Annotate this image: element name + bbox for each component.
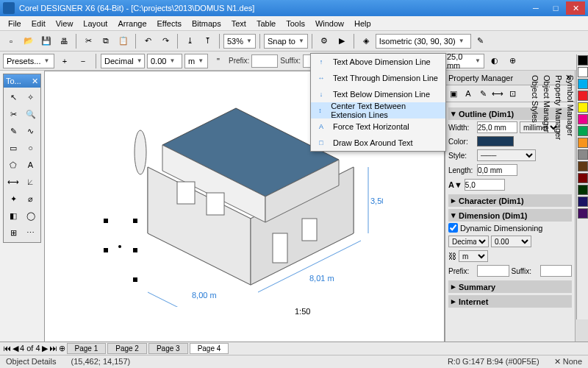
- zoom-dropdown[interactable]: 53%▼: [223, 34, 256, 49]
- show-units-icon[interactable]: ": [210, 53, 226, 69]
- undo-icon[interactable]: ↶: [140, 33, 156, 49]
- page-nav-prev-icon[interactable]: ◀: [12, 344, 18, 353]
- tab-object-styles[interactable]: Object Styles: [529, 71, 541, 350]
- menu-help[interactable]: Help: [349, 18, 376, 29]
- rect-tool-icon[interactable]: ▭: [5, 140, 21, 156]
- color-red[interactable]: [578, 91, 588, 101]
- page-nav-first-icon[interactable]: ⏮: [3, 344, 11, 353]
- menu-effects[interactable]: Effects: [152, 18, 187, 29]
- pick-tool-icon[interactable]: ↖: [5, 89, 21, 105]
- tab-page3[interactable]: Page 3: [148, 343, 188, 354]
- tab-page2[interactable]: Page 2: [107, 343, 147, 354]
- presets-dropdown[interactable]: Presets...▼: [3, 54, 54, 68]
- menu-arrange[interactable]: Arrange: [112, 18, 151, 29]
- menu-table[interactable]: Table: [251, 18, 281, 29]
- color-gray[interactable]: [578, 149, 588, 160]
- import-icon[interactable]: ⤓: [182, 33, 198, 49]
- fill-tool-icon[interactable]: ◧: [5, 208, 21, 224]
- menu-text-below[interactable]: ↓Text Below Dimension Line: [311, 86, 445, 102]
- fontsize-input[interactable]: [465, 179, 505, 191]
- dim-precision-dropdown[interactable]: 0.00▼: [147, 54, 182, 68]
- outline-tool-icon[interactable]: ◯: [23, 208, 39, 224]
- cut-icon[interactable]: ✂: [80, 33, 96, 49]
- dim-style-dropdown[interactable]: Decimal▼: [101, 54, 145, 68]
- menu-window[interactable]: Window: [310, 18, 349, 29]
- color-navy[interactable]: [578, 197, 588, 207]
- outline-color-swatch[interactable]: [477, 136, 514, 146]
- misc-tool-icon[interactable]: ⋯: [23, 224, 39, 241]
- open-icon[interactable]: 📂: [21, 33, 37, 49]
- extra1-icon[interactable]: ◐: [487, 53, 503, 69]
- export-icon[interactable]: ⤒: [199, 33, 215, 49]
- menu-view[interactable]: View: [51, 18, 79, 29]
- dim-prec-select[interactable]: 0.00: [491, 236, 531, 247]
- menu-bitmaps[interactable]: Bitmaps: [187, 18, 226, 29]
- page-nav-last-icon[interactable]: ⏭: [49, 344, 57, 353]
- zoom-tool-icon[interactable]: 🔍: [23, 106, 39, 122]
- docker-tab5-icon[interactable]: ⊡: [506, 87, 519, 100]
- outline-style[interactable]: ───: [477, 149, 536, 161]
- color-cyan[interactable]: [578, 79, 588, 89]
- prefix-input[interactable]: [251, 54, 278, 68]
- paste-icon[interactable]: 📋: [115, 33, 132, 49]
- tab-page4[interactable]: Page 4: [190, 343, 229, 354]
- menu-edit[interactable]: Edit: [26, 18, 51, 29]
- toolbox-close-icon[interactable]: ✕: [32, 77, 38, 86]
- freehand-tool-icon[interactable]: ✎: [5, 123, 21, 139]
- color-yellow[interactable]: [578, 102, 588, 113]
- add-preset-icon[interactable]: +: [57, 53, 73, 69]
- text-tool-icon[interactable]: A: [23, 157, 39, 173]
- tab-page1[interactable]: Page 1: [67, 343, 107, 354]
- effects-tool-icon[interactable]: ✦: [5, 191, 21, 207]
- menu-text-horizontal[interactable]: AForce Text Horizontal: [311, 118, 445, 135]
- save-icon[interactable]: 💾: [38, 33, 54, 49]
- tab-symbol-manager[interactable]: Symbol Manager: [564, 71, 576, 350]
- extra2-icon[interactable]: ⊕: [505, 53, 521, 69]
- dim-style-select[interactable]: Decimal: [448, 236, 489, 247]
- projection-dropdown[interactable]: Isometric (30, 90, 30)▼: [376, 34, 471, 49]
- color-magenta[interactable]: [578, 114, 588, 124]
- docker-tab2-icon[interactable]: A: [462, 87, 475, 100]
- color-purple[interactable]: [578, 208, 588, 219]
- table-tool-icon[interactable]: ⊞: [5, 224, 21, 241]
- proj-edit-icon[interactable]: ✎: [473, 33, 489, 49]
- color-darkred[interactable]: [578, 173, 588, 183]
- dim-unit-select[interactable]: m: [459, 250, 488, 262]
- tab-object-manager[interactable]: Object Manager: [541, 71, 553, 350]
- page-add-icon[interactable]: ⊕: [59, 344, 65, 353]
- docker-tab3-icon[interactable]: ✎: [476, 87, 490, 100]
- color-black[interactable]: [578, 55, 588, 66]
- docker-tab4-icon[interactable]: ⟷: [491, 87, 504, 100]
- proj-icon[interactable]: ◈: [358, 33, 374, 49]
- del-preset-icon[interactable]: −: [75, 53, 91, 69]
- tab-property-manager[interactable]: Property Manager: [553, 71, 564, 350]
- line-width-dropdown[interactable]: 25,0 mm▼: [443, 54, 484, 68]
- color-white[interactable]: [578, 67, 588, 77]
- width-input[interactable]: [477, 121, 517, 133]
- crop-tool-icon[interactable]: ✂: [5, 106, 21, 122]
- eyedrop-tool-icon[interactable]: ⌀: [23, 191, 39, 207]
- launch-icon[interactable]: ▶: [334, 33, 350, 49]
- maximize-button[interactable]: □: [546, 1, 565, 15]
- menu-tools[interactable]: Tools: [281, 18, 310, 29]
- menu-text-above[interactable]: ↑Text Above Dimension Line: [311, 54, 445, 70]
- options-icon[interactable]: ⚙: [316, 33, 332, 49]
- docker-tab1-icon[interactable]: ▣: [447, 87, 460, 100]
- link-icon[interactable]: ⛓: [448, 252, 456, 261]
- dim-unit-dropdown[interactable]: m▼: [184, 54, 208, 68]
- print-icon[interactable]: 🖶: [56, 33, 72, 49]
- dynamic-checkbox[interactable]: [448, 223, 458, 233]
- menu-text-center[interactable]: ↕Center Text Between Extension Lines: [311, 102, 445, 118]
- ellipse-tool-icon[interactable]: ○: [23, 140, 39, 156]
- shape-tool-icon[interactable]: ✧: [23, 89, 39, 105]
- menu-file[interactable]: File: [3, 18, 26, 29]
- color-green[interactable]: [578, 126, 588, 136]
- new-icon[interactable]: ▫: [3, 33, 19, 49]
- color-brown[interactable]: [578, 161, 588, 171]
- minimize-button[interactable]: ─: [526, 1, 545, 15]
- polygon-tool-icon[interactable]: ⬠: [5, 157, 21, 173]
- close-button[interactable]: ✕: [566, 1, 585, 15]
- redo-icon[interactable]: ↷: [157, 33, 173, 49]
- dimension-tool-icon[interactable]: ⟷: [5, 174, 21, 190]
- snap-dropdown[interactable]: Snap to▼: [264, 34, 308, 49]
